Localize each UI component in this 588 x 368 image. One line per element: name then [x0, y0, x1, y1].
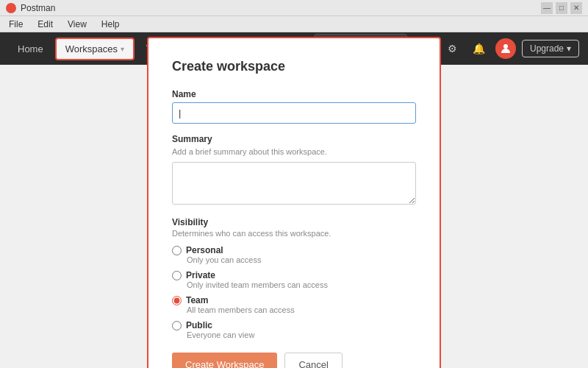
summary-field-group: Summary Add a brief summary about this w… [172, 134, 416, 207]
visibility-label: Visibility [172, 217, 416, 227]
visibility-desc: Determines who can access this workspace… [172, 229, 416, 238]
radio-public-input[interactable] [172, 321, 182, 330]
menu-view[interactable]: View [65, 18, 90, 31]
radio-private-label[interactable]: Private [186, 270, 215, 280]
home-label: Home [18, 43, 43, 54]
bell-icon[interactable]: 🔔 [469, 38, 490, 59]
radio-public: Public Everyone can view [172, 320, 416, 339]
upgrade-label: Upgrade [530, 43, 564, 54]
user-avatar[interactable] [495, 38, 516, 59]
radio-personal-label[interactable]: Personal [186, 245, 223, 255]
radio-public-sub: Everyone can view [187, 330, 416, 339]
main-content: Create workspace Name Summary Add a brie… [0, 65, 588, 368]
workspaces-label: Workspaces [65, 43, 118, 54]
title-bar: Postman — □ ✕ [0, 0, 588, 16]
dialog-footer: Create Workspace Cancel [172, 353, 416, 368]
summary-label: Summary [172, 134, 416, 144]
menu-file[interactable]: File [6, 18, 26, 31]
summary-desc: Add a brief summary about this workspace… [172, 147, 416, 156]
maximize-button[interactable]: □ [556, 2, 567, 14]
radio-team-label[interactable]: Team [186, 295, 208, 305]
cancel-button[interactable]: Cancel [284, 353, 342, 368]
name-label: Name [172, 89, 416, 99]
workspaces-chevron: ▾ [121, 45, 124, 53]
minimize-button[interactable]: — [541, 2, 553, 14]
visibility-section: Visibility Determines who can access thi… [172, 217, 416, 339]
name-field-group: Name [172, 89, 416, 124]
settings-icon[interactable]: ⚙ [442, 38, 463, 59]
radio-private-input[interactable] [172, 271, 182, 280]
nav-workspaces[interactable]: Workspaces ▾ [55, 38, 135, 60]
svg-point-0 [7, 4, 15, 12]
window-controls[interactable]: — □ ✕ [541, 2, 582, 14]
nav-home[interactable]: Home [9, 39, 52, 59]
radio-public-label[interactable]: Public [186, 320, 212, 330]
radio-team-sub: All team members can access [187, 305, 416, 314]
radio-private-sub: Only invited team members can access [187, 280, 416, 289]
menu-help[interactable]: Help [98, 18, 123, 31]
upgrade-button[interactable]: Upgrade ▾ [522, 40, 579, 57]
name-input[interactable] [172, 102, 416, 124]
app-title: Postman [21, 3, 55, 13]
dialog-title: Create workspace [172, 59, 416, 74]
title-bar-left: Postman [6, 3, 55, 13]
radio-team: Team All team members can access [172, 295, 416, 314]
radio-personal: Personal Only you can access [172, 245, 416, 264]
radio-private: Private Only invited team members can ac… [172, 270, 416, 289]
radio-team-input[interactable] [172, 296, 182, 305]
create-workspace-button[interactable]: Create Workspace [172, 353, 277, 368]
svg-point-5 [503, 44, 508, 49]
menu-edit[interactable]: Edit [35, 18, 56, 31]
app-icon [6, 3, 16, 13]
upgrade-chevron: ▾ [567, 43, 571, 54]
radio-personal-sub: Only you can access [187, 255, 416, 264]
menu-bar: File Edit View Help [0, 16, 588, 32]
radio-personal-input[interactable] [172, 246, 182, 255]
summary-input[interactable] [172, 162, 416, 205]
close-button[interactable]: ✕ [570, 2, 582, 14]
create-workspace-dialog: Create workspace Name Summary Add a brie… [147, 37, 441, 368]
